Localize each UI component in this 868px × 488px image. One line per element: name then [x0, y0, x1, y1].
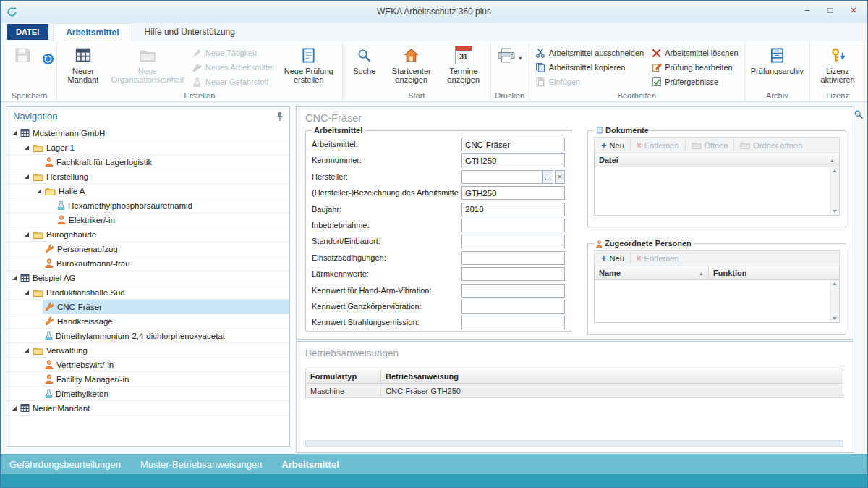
tree-item-hexamethylphosphorsaeuretriamid[interactable]: Hexamethylphosphorsäuretriamid [7, 198, 289, 213]
expander-icon[interactable] [22, 290, 30, 295]
folder-icon [33, 230, 43, 239]
vertical-scrollbar[interactable] [830, 280, 839, 322]
hand-arm-vibration-input[interactable] [461, 284, 565, 298]
einfuegen-button[interactable]: Einfügen [532, 75, 647, 89]
tree-item-verwaltung[interactable]: Verwaltung [7, 343, 289, 358]
expander-icon[interactable] [22, 348, 30, 353]
arbeitsmittel-input[interactable] [461, 138, 565, 151]
tree-item-handkreissaege[interactable]: Handkreissäge [7, 314, 289, 329]
neues-arbeitsmittel-button[interactable]: Neues Arbeitsmittel [188, 60, 278, 75]
tree-item-neuer-mandant[interactable]: Neuer Mandant [7, 401, 289, 416]
speichern-button[interactable] [4, 43, 41, 68]
footer-item-gefaehrdungsbeurteilungen[interactable]: Gefährdungsbeurteilungen [9, 459, 121, 470]
navigation-title: Navigation [13, 111, 57, 122]
inbetriebnahme-input[interactable] [461, 219, 565, 232]
expander-icon[interactable] [10, 130, 18, 136]
tab-hilfe-und-unterstuetzung[interactable]: Hilfe und Unterstützung [132, 23, 247, 41]
clipboard-icon [300, 46, 317, 64]
hersteller-input[interactable] [461, 170, 542, 184]
strahlungsemission-input[interactable] [461, 316, 565, 329]
tree-item-buerogebaeude[interactable]: Bürogebäude [7, 227, 289, 242]
maximize-button[interactable]: □ [820, 3, 841, 17]
arbeitsmittel-loeschen-button[interactable]: Arbeitsmittel löschen [647, 46, 742, 60]
personen-neu-button[interactable]: +Neu [596, 251, 629, 265]
scroll-down-icon[interactable] [833, 210, 837, 213]
expander-icon[interactable] [10, 405, 18, 411]
expander-icon[interactable] [10, 275, 18, 281]
suche-button[interactable]: Suche [345, 43, 384, 77]
neuer-mandant-button[interactable]: Neuer Mandant [59, 43, 107, 85]
column-header-datei[interactable]: Datei▲ [595, 153, 839, 167]
tree-item-buerokaufmann-frau[interactable]: Bürokaufmann/-frau [7, 256, 289, 271]
horizontal-scrollbar[interactable] [305, 440, 843, 447]
termine-anzeigen-button[interactable]: 31 Termine anzeigen [439, 43, 488, 85]
dokumente-neu-button[interactable]: +Neu [596, 138, 629, 152]
bezeichnung-input[interactable] [461, 186, 565, 200]
scroll-up-icon[interactable] [833, 169, 837, 172]
pruefung-bearbeiten-button[interactable]: Prüfung bearbeiten [647, 60, 742, 75]
hersteller-browse-button[interactable]: … [542, 170, 553, 184]
hersteller-clear-button[interactable]: × [555, 170, 565, 184]
table-row[interactable]: Maschine CNC-Fräser GTH250 [305, 384, 843, 398]
scroll-up-icon[interactable] [833, 282, 837, 285]
dokumente-oeffnen-button[interactable]: Öffnen [686, 138, 733, 152]
tree-item-lager-1[interactable]: Lager 1 [7, 140, 289, 155]
expander-icon[interactable] [22, 232, 30, 237]
dokumente-grid-body[interactable] [594, 167, 840, 216]
lizenz-aktivieren-button[interactable]: Lizenz aktivieren [812, 43, 863, 85]
startcenter-anzeigen-button[interactable]: Startcenter anzeigen [384, 43, 439, 85]
minimize-button[interactable]: – [796, 3, 818, 17]
vertical-scrollbar[interactable] [830, 167, 839, 215]
tree-item-fachkraft-fuer-lagerlogistik[interactable]: Fachkraft für Lagerlogistik [7, 155, 289, 169]
dokumente-ordner-oeffnen-button[interactable]: Ordner öffnen [735, 138, 807, 152]
laermkennwerte-input[interactable] [461, 267, 565, 281]
arbeitsmittel-kopieren-button[interactable]: Arbeitsmittel kopieren [532, 60, 647, 75]
column-header-name[interactable]: Name▲ [595, 266, 709, 279]
pin-icon[interactable] [276, 112, 284, 122]
sync-button[interactable] [42, 53, 54, 67]
drucken-button[interactable]: ▼ [493, 43, 527, 66]
tree-item-halle-a[interactable]: Halle A [7, 184, 289, 198]
neuer-gefahrstoff-button[interactable]: Neuer Gefahrstoff [188, 75, 278, 89]
tree-item-elektriker-in[interactable]: Elektriker/-in [7, 213, 289, 227]
file-menu-button[interactable]: DATEI [7, 24, 48, 40]
neue-pruefung-erstellen-button[interactable]: Neue Prüfung erstellen [278, 43, 340, 85]
tab-arbeitsmittel[interactable]: Arbeitsmittel [53, 23, 132, 41]
standort-input[interactable] [461, 235, 565, 248]
tree-item-herstellung[interactable]: Herstellung [7, 169, 289, 184]
tree-item-personenaufzug[interactable]: Personenaufzug [7, 242, 289, 256]
dokumente-entfernen-button[interactable]: ×Entfernen [631, 138, 684, 152]
footer-item-muster-betriebsanweisungen[interactable]: Muster-Betriebsanweisungen [140, 459, 262, 470]
pruefergebnisse-button[interactable]: Prüfergebnisse [647, 75, 742, 89]
expander-icon[interactable] [35, 188, 43, 194]
arbeitsmittel-ausschneiden-button[interactable]: Arbeitsmittel ausschneiden [532, 46, 647, 60]
scroll-down-icon[interactable] [833, 317, 837, 320]
pruefungsarchiv-button[interactable]: Prüfungsarchiv [747, 43, 807, 77]
kennnummer-input[interactable] [461, 153, 565, 167]
tree-item-beispiel-ag[interactable]: Beispiel AG [7, 271, 289, 285]
search-icon[interactable] [854, 109, 864, 122]
close-button[interactable]: × [843, 3, 864, 17]
column-header-betriebsanweisung[interactable]: Betriebsanweisung [381, 369, 843, 383]
column-header-formulartyp[interactable]: Formulartyp [306, 369, 381, 383]
tree-item-cnc-fraeser[interactable]: CNC-Fräser [7, 300, 289, 314]
footer-item-arbeitsmittel[interactable]: Arbeitsmittel [281, 459, 339, 470]
tree-item-mustermann-gmbh[interactable]: Mustermann GmbH [7, 126, 289, 140]
neue-taetigkeit-button[interactable]: Neue Tätigkeit [188, 46, 278, 60]
ganzkoerpervibration-input[interactable] [461, 300, 565, 314]
tree-item-dimethylammonium-dichlorphenoxyacetat[interactable]: Dimethylammonium-2,4-dichlorphenoxyaceta… [7, 329, 289, 343]
tree-item-facility-manager-in[interactable]: Facility Manager/-in [7, 372, 289, 387]
personen-entfernen-button[interactable]: ×Entfernen [631, 251, 684, 265]
tree-item-produktionshalle-sued[interactable]: Produktionshalle Süd [7, 285, 289, 300]
column-header-funktion[interactable]: Funktion [709, 266, 839, 279]
tree-item-vertriebswirt-in[interactable]: Vertriebswirt/-in [7, 358, 289, 372]
neue-organisationseinheit-button[interactable]: Neue Organisationseinheit [107, 43, 188, 85]
personen-grid-body[interactable] [594, 280, 840, 323]
baujahr-input[interactable] [461, 203, 565, 216]
expander-icon[interactable] [22, 174, 30, 180]
tree-item-dimethylketon[interactable]: Dimethylketon [7, 387, 289, 401]
refresh-icon[interactable] [7, 7, 17, 17]
einsatzbedingungen-input[interactable] [461, 251, 565, 265]
expander-icon[interactable] [22, 145, 30, 151]
chevron-down-icon[interactable]: ▼ [518, 54, 523, 63]
